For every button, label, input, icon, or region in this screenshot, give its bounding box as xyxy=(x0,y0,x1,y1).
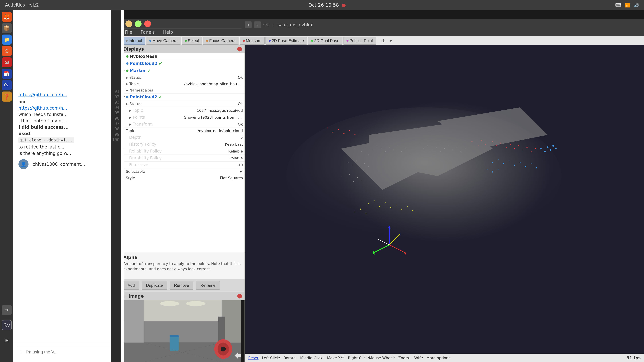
rviz-menubar: File Panels Help xyxy=(121,28,644,36)
pc2-depth-row: Depth 5 xyxy=(121,134,244,141)
toolbar-interact[interactable]: Interact xyxy=(122,37,145,44)
rename-display-button[interactable]: Rename xyxy=(196,281,220,290)
move-dot xyxy=(149,40,151,42)
toolbar-2d-pose[interactable]: 2D Pose Estimate xyxy=(266,37,307,44)
dock-help[interactable]: ❓ xyxy=(2,91,12,102)
toolbar-plus[interactable]: + xyxy=(380,37,387,44)
toolbar-arrow[interactable]: ▾ xyxy=(388,37,394,44)
pose-dot xyxy=(269,40,271,42)
activities-label[interactable]: Activities xyxy=(5,2,25,7)
toolbar-select[interactable]: Select xyxy=(182,37,202,44)
svg-point-79 xyxy=(385,202,386,203)
svg-point-81 xyxy=(396,205,397,205)
desc-title: Alpha xyxy=(123,255,242,260)
network-icon[interactable]: 📶 xyxy=(625,2,630,7)
svg-point-92 xyxy=(514,165,515,166)
leftclick-action: Rotate. xyxy=(284,356,297,360)
svg-line-109 xyxy=(390,245,406,253)
nav-back[interactable]: ‹ xyxy=(245,21,252,28)
dock-software[interactable]: 🛍 xyxy=(2,80,12,90)
toolbar-move-camera[interactable]: Move Camera xyxy=(146,37,181,44)
chat-text-4: to retrive the last c... xyxy=(18,144,64,149)
svg-point-98 xyxy=(492,171,493,173)
displays-title: Displays xyxy=(123,46,144,52)
displays-list[interactable]: ▶ NvbloxMesh ▶ PointCloud2 ✔ ▼ xyxy=(121,53,244,252)
svg-point-5 xyxy=(160,301,179,306)
chat-input[interactable] xyxy=(17,346,121,358)
svg-point-87 xyxy=(366,213,366,214)
displays-close[interactable] xyxy=(237,47,242,51)
pc2-selectable-label: Selectable xyxy=(126,169,145,174)
svg-point-71 xyxy=(332,132,334,133)
image-panel-title: Image xyxy=(129,294,144,299)
display-marker[interactable]: ▼ Marker ✔ xyxy=(121,67,244,74)
dock-grid[interactable]: ⊞ xyxy=(2,335,12,345)
breadcrumb-subpath: isaac_ros_nvblox xyxy=(276,22,313,27)
displays-header: Displays xyxy=(121,45,244,53)
duplicate-display-button[interactable]: Duplicate xyxy=(142,281,167,290)
line-95: 95 xyxy=(111,110,120,116)
add-display-button[interactable]: Add xyxy=(123,281,139,290)
chat-avatar: 👤 xyxy=(18,159,28,169)
svg-point-73 xyxy=(344,133,345,134)
chat-link-1[interactable]: https://github.com/h... xyxy=(18,92,67,97)
pc2-transform-row: ▶ Transform Ok xyxy=(121,121,244,128)
dock-mail[interactable]: ✉ xyxy=(2,57,12,67)
dock-rviz[interactable]: Rv xyxy=(2,320,12,330)
maximize-button[interactable] xyxy=(135,20,142,27)
minimize-button[interactable] xyxy=(126,20,132,27)
marker-topic-row[interactable]: ▶ Topic /nvblox_node/map_slice_bounds xyxy=(121,81,244,87)
dock-calendar[interactable]: 📅 xyxy=(2,69,12,79)
dock-snap[interactable]: 📦 xyxy=(2,23,12,33)
breadcrumb-src: src xyxy=(263,22,270,27)
menu-help[interactable]: Help xyxy=(161,29,174,35)
svg-marker-112 xyxy=(373,251,375,255)
toolbar-measure[interactable]: Measure xyxy=(240,37,265,44)
line-93: 93 xyxy=(111,99,120,105)
dock-text-editor[interactable]: ✏ xyxy=(2,305,12,315)
pc2-st-topic-value: 1037 messages received xyxy=(197,108,243,113)
dock-files[interactable]: 📁 xyxy=(2,34,12,44)
display-nvbloxmesh[interactable]: ▶ NvbloxMesh xyxy=(121,53,244,60)
display-pointcloud2-2[interactable]: ▼ PointCloud2 ✔ xyxy=(121,93,244,101)
marker-ns-row[interactable]: ▶ Namespaces xyxy=(121,87,244,93)
pc2-pts-tri: ▶ xyxy=(129,116,132,119)
svg-point-91 xyxy=(509,161,510,161)
pc2-2-label: PointCloud2 xyxy=(130,95,157,99)
toolbar-2d-goal[interactable]: 2D Goal Pose xyxy=(308,37,342,44)
image-panel-close[interactable] xyxy=(237,294,242,299)
app-indicator[interactable]: rviz2 xyxy=(28,2,39,7)
svg-point-40 xyxy=(349,174,350,175)
keyboard-icon[interactable]: ⌨ xyxy=(615,2,622,7)
pc2-style-row[interactable]: Style Flat Squares xyxy=(121,175,244,181)
display-pointcloud2-1[interactable]: ▶ PointCloud2 ✔ xyxy=(121,60,244,67)
menu-file[interactable]: File xyxy=(123,29,134,35)
volume-icon[interactable]: 🔊 xyxy=(634,2,639,7)
pc2-selectable-row: Selectable ✔ xyxy=(121,168,244,175)
close-button[interactable] xyxy=(144,20,151,27)
rviz-main: Displays ▶ NvbloxMesh ▶ PointCloud2 xyxy=(121,45,644,362)
line-91: 91 xyxy=(111,89,120,94)
pc2-topic-row[interactable]: Topic /nvblox_node/pointcloud xyxy=(121,128,244,134)
nav-breadcrumb: ‹ › src › isaac_ros_nvblox xyxy=(242,20,644,29)
svg-point-69 xyxy=(535,148,536,149)
svg-point-67 xyxy=(526,147,528,148)
toolbar-publish-point[interactable]: Publish Point xyxy=(343,37,376,44)
topbar-left: Activities rviz2 xyxy=(5,2,39,7)
svg-point-99 xyxy=(498,169,498,170)
nav-forward[interactable]: › xyxy=(254,21,261,28)
chat-link-2[interactable]: https://github.com/h... xyxy=(18,106,67,111)
toolbar-focus-camera[interactable]: Focus Camera xyxy=(203,37,239,44)
hallway-image xyxy=(121,300,244,362)
dock-ubuntu[interactable]: ⊙ xyxy=(2,46,12,56)
svg-line-111 xyxy=(373,245,389,253)
dock-firefox[interactable]: 🦊 xyxy=(2,12,12,22)
comment-action: comment... xyxy=(60,162,85,167)
pc2-hist-value: Keep Last xyxy=(225,142,243,146)
remove-display-button[interactable]: Remove xyxy=(170,281,193,290)
marker-status-label: Status: xyxy=(130,75,142,80)
rviz-3d-view[interactable]: Reset Left-Click: Rotate. Middle-Click: … xyxy=(245,45,644,362)
pc2-dur-value: Volatile xyxy=(229,156,243,160)
reset-link[interactable]: Reset xyxy=(248,356,258,360)
menu-panels[interactable]: Panels xyxy=(139,29,156,35)
